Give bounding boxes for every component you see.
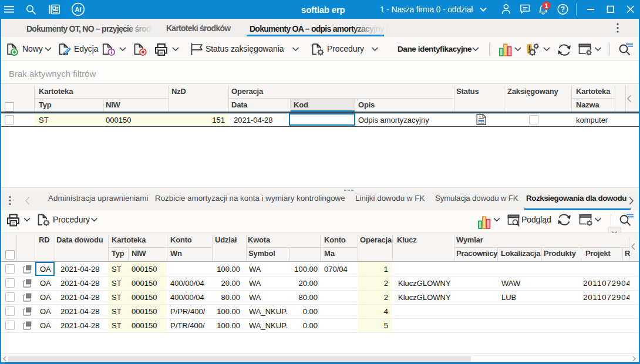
svg-text:1: 1 <box>544 2 548 9</box>
svg-text:?: ? <box>561 5 565 14</box>
svg-text:softlab erp: softlab erp <box>301 5 345 15</box>
svg-text:Ai: Ai <box>75 6 82 13</box>
svg-text:1 - Nasza firma 0 - oddział: 1 - Nasza firma 0 - oddział <box>380 5 473 14</box>
